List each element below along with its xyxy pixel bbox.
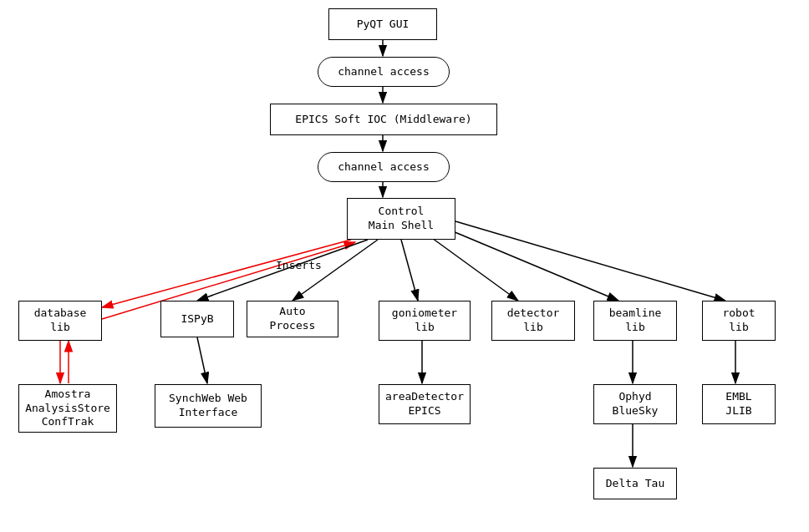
node-channel_access_top: channel access: [318, 57, 450, 87]
svg-line-7: [102, 240, 351, 307]
svg-line-14: [455, 221, 725, 301]
svg-line-13: [443, 227, 618, 301]
node-area_detector: areaDetectorEPICS: [379, 384, 471, 424]
node-detector: detectorlib: [491, 301, 575, 341]
node-robot: robotlib: [702, 301, 776, 341]
node-channel_access_bot: channel access: [318, 152, 450, 182]
node-synchweb: SynchWeb WebInterface: [155, 384, 262, 428]
node-goniometer: goniometerlib: [379, 301, 471, 341]
node-auto_process: Auto Process: [247, 301, 338, 337]
node-control_main: ControlMain Shell: [347, 198, 455, 240]
svg-line-11: [401, 240, 418, 301]
svg-line-17: [197, 337, 207, 383]
node-embl_jlib: EMBLJLIB: [702, 384, 776, 424]
node-ophyd: OphydBlueSky: [593, 384, 677, 424]
node-epics: EPICS Soft IOC (Middleware): [270, 104, 497, 135]
inserts-label: Inserts: [276, 259, 322, 271]
svg-line-12: [426, 234, 518, 301]
node-database_lib: databaselib: [18, 301, 102, 341]
node-beamline: beamlinelib: [593, 301, 677, 341]
node-ispyb: ISPyB: [160, 301, 234, 337]
node-pyqt: PyQT GUI: [328, 8, 437, 40]
diagram: Inserts PyQT GUIchannel accessEPICS Soft…: [0, 0, 809, 532]
node-amostra: AmostraAnalysisStoreConfTrak: [18, 384, 117, 433]
node-delta_tau: Delta Tau: [593, 468, 677, 499]
